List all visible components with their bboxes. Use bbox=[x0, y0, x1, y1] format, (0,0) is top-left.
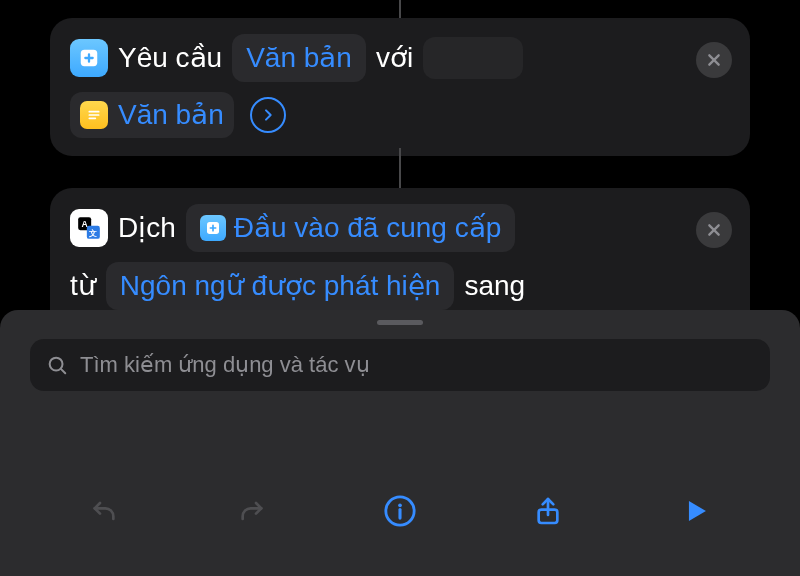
source-language-token[interactable]: Ngôn ngữ được phát hiện bbox=[106, 262, 455, 310]
share-icon bbox=[532, 495, 564, 527]
info-button[interactable] bbox=[372, 483, 428, 539]
empty-value-slot[interactable] bbox=[423, 37, 523, 79]
remove-action-button[interactable] bbox=[696, 42, 732, 78]
with-label: với bbox=[376, 36, 413, 80]
to-label: sang bbox=[464, 264, 525, 308]
token-label: Đầu vào đã cung cấp bbox=[234, 206, 502, 250]
close-icon bbox=[706, 222, 722, 238]
from-label: từ bbox=[70, 264, 96, 308]
translate-icon: A 文 bbox=[76, 215, 102, 241]
action-title: Yêu cầu bbox=[118, 36, 222, 80]
undo-button[interactable] bbox=[76, 483, 132, 539]
token-label: Văn bản bbox=[118, 93, 224, 137]
redo-icon bbox=[236, 495, 268, 527]
close-icon bbox=[706, 52, 722, 68]
svg-text:文: 文 bbox=[88, 229, 97, 238]
bottom-toolbar bbox=[0, 466, 800, 576]
redo-button[interactable] bbox=[224, 483, 280, 539]
search-bar[interactable] bbox=[30, 339, 770, 391]
translate-app-icon: A 文 bbox=[70, 209, 108, 247]
play-icon bbox=[679, 494, 713, 528]
action-search-sheet bbox=[0, 310, 800, 576]
share-button[interactable] bbox=[520, 483, 576, 539]
plus-square-icon bbox=[200, 215, 226, 241]
plus-square-icon bbox=[78, 47, 100, 69]
text-variable-token[interactable]: Văn bản bbox=[70, 92, 234, 138]
text-lines-icon bbox=[80, 101, 108, 129]
search-icon bbox=[46, 354, 68, 376]
chevron-right-icon bbox=[260, 107, 276, 123]
action-card-ask-input[interactable]: Yêu cầu Văn bản với Văn bản bbox=[50, 18, 750, 156]
svg-point-8 bbox=[398, 503, 402, 507]
connector-line bbox=[399, 0, 401, 18]
remove-action-button[interactable] bbox=[696, 212, 732, 248]
provided-input-token[interactable]: Đầu vào đã cung cấp bbox=[186, 204, 516, 252]
undo-icon bbox=[88, 495, 120, 527]
input-type-token[interactable]: Văn bản bbox=[232, 34, 366, 82]
action-title: Dịch bbox=[118, 206, 176, 250]
run-button[interactable] bbox=[668, 483, 724, 539]
sheet-grabber[interactable] bbox=[377, 320, 423, 325]
info-icon bbox=[383, 494, 417, 528]
expand-options-button[interactable] bbox=[250, 97, 286, 133]
ask-input-app-icon bbox=[70, 39, 108, 77]
search-input[interactable] bbox=[80, 352, 754, 378]
connector-line bbox=[399, 148, 401, 188]
